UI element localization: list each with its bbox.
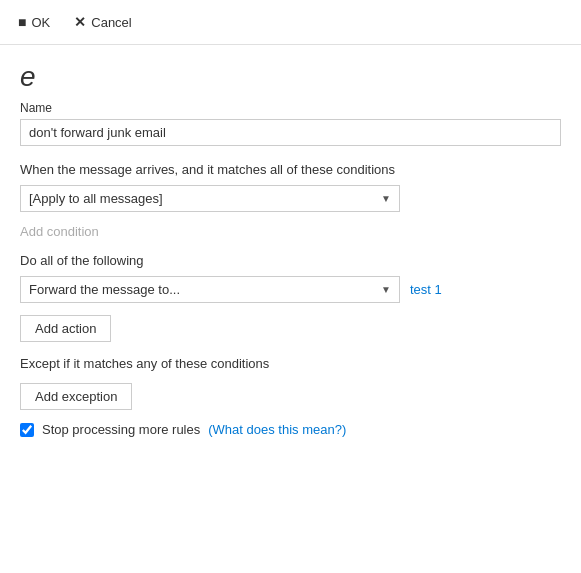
ok-button[interactable]: ■ OK — [16, 10, 52, 34]
name-label: Name — [20, 101, 561, 115]
condition-section: When the message arrives, and it matches… — [20, 162, 561, 241]
name-input[interactable] — [20, 119, 561, 146]
add-exception-button[interactable]: Add exception — [20, 383, 132, 410]
condition-dropdown-value: [Apply to all messages] — [29, 191, 163, 206]
action-link[interactable]: test 1 — [410, 282, 442, 297]
stop-processing-row: Stop processing more rules (What does th… — [20, 422, 561, 437]
condition-section-label: When the message arrives, and it matches… — [20, 162, 561, 177]
stop-processing-label: Stop processing more rules — [42, 422, 200, 437]
action-dropdown[interactable]: Forward the message to... ▼ — [20, 276, 400, 303]
action-section-label: Do all of the following — [20, 253, 561, 268]
action-dropdown-row: Forward the message to... ▼ test 1 — [20, 276, 561, 303]
action-dropdown-value: Forward the message to... — [29, 282, 180, 297]
condition-dropdown-row: [Apply to all messages] ▼ — [20, 185, 561, 212]
name-group: Name — [20, 101, 561, 146]
add-action-button[interactable]: Add action — [20, 315, 111, 342]
close-icon: ✕ — [74, 14, 86, 30]
form-body: e Name When the message arrives, and it … — [0, 45, 581, 453]
what-does-this-mean-link[interactable]: (What does this mean?) — [208, 422, 346, 437]
add-condition-button[interactable]: Add condition — [20, 222, 99, 241]
cancel-button[interactable]: ✕ Cancel — [72, 10, 133, 34]
except-section-label: Except if it matches any of these condit… — [20, 356, 561, 371]
ok-label: OK — [31, 15, 50, 30]
toolbar: ■ OK ✕ Cancel — [0, 0, 581, 45]
action-section: Do all of the following Forward the mess… — [20, 253, 561, 342]
action-dropdown-arrow-icon: ▼ — [381, 284, 391, 295]
rule-icon: e — [20, 61, 561, 93]
condition-dropdown-arrow-icon: ▼ — [381, 193, 391, 204]
exception-section: Except if it matches any of these condit… — [20, 356, 561, 410]
cancel-label: Cancel — [91, 15, 131, 30]
stop-processing-checkbox[interactable] — [20, 423, 34, 437]
save-icon: ■ — [18, 14, 26, 30]
condition-dropdown[interactable]: [Apply to all messages] ▼ — [20, 185, 400, 212]
